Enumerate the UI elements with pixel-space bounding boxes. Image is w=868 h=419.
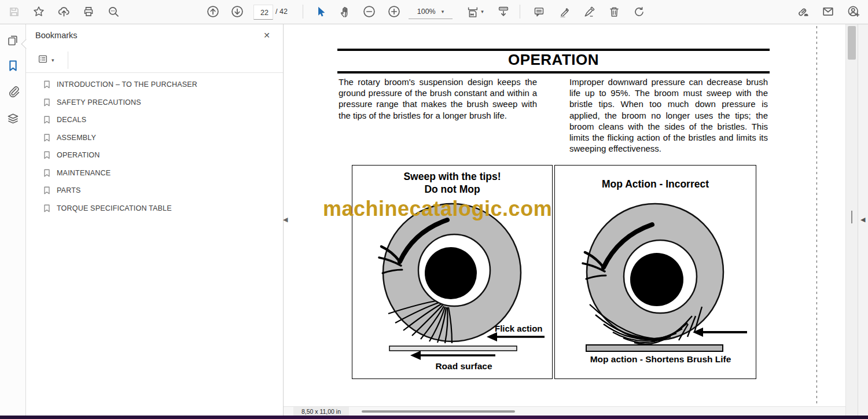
sidebar-item-maintenance[interactable]: MAINTENANCE — [42, 164, 274, 182]
zoom-level-dropdown[interactable]: 100% ▾ — [409, 5, 453, 19]
toolbar-separator — [303, 5, 303, 19]
email-button[interactable] — [818, 2, 838, 21]
comment-icon — [533, 6, 545, 18]
document-status-row: 8,50 x 11,00 in — [284, 406, 845, 416]
sidebar-item-safety-precautions[interactable]: SAFETY PRECAUTIONS — [42, 94, 274, 111]
arrow-down-circle-icon — [231, 5, 244, 18]
hand-icon — [339, 6, 351, 18]
page-break-dashed-line — [816, 26, 817, 403]
bookmark-glyph-icon — [42, 168, 52, 178]
page-display-button[interactable]: ▾ — [462, 2, 488, 21]
document-page: OPERATION The rotary broom's suspension … — [284, 24, 868, 406]
page-number-input[interactable] — [254, 5, 275, 20]
paragraph-left-column: The rotary broom's suspension design kee… — [339, 76, 537, 121]
vertical-scrollbar-thumb[interactable] — [848, 26, 856, 60]
rotate-icon — [633, 6, 645, 18]
zoom-level-value: 100% — [417, 8, 436, 16]
collapse-panel-button[interactable]: ◀ — [283, 214, 290, 225]
zoom-out-button[interactable] — [359, 2, 380, 21]
sidebar-item-operation[interactable]: OPERATION — [42, 146, 274, 164]
page-fit-icon — [466, 5, 479, 18]
sidebar-item-label: DECALS — [57, 116, 86, 124]
sidebar-item-torque-table[interactable]: TORQUE SPECIFICATION TABLE — [42, 200, 274, 217]
page-thumbnails-button[interactable] — [6, 34, 20, 48]
chevron-down-icon: ▾ — [481, 9, 484, 14]
taskbar-edge — [0, 416, 868, 419]
scroll-mode-button[interactable] — [493, 2, 514, 21]
bookmarks-panel: Bookmarks ✕ ▾ INTRODUCTION – TO THE PURC… — [26, 24, 284, 416]
page-size-indicator: 8,50 x 11,00 in — [293, 407, 349, 416]
comment-button[interactable] — [528, 2, 549, 21]
bookmarks-panel-title: Bookmarks — [35, 31, 78, 40]
next-page-button[interactable] — [227, 2, 248, 21]
close-panel-button[interactable]: ✕ — [263, 31, 270, 40]
flick-action-label: Flick action — [495, 324, 543, 333]
rotate-button[interactable] — [628, 2, 649, 21]
minus-circle-icon — [363, 5, 376, 18]
bookmark-options-button[interactable]: ▾ — [34, 53, 58, 68]
bookmarks-panel-button[interactable] — [6, 60, 20, 73]
share-link-button[interactable] — [793, 2, 814, 21]
horizontal-scrollbar[interactable] — [362, 410, 515, 413]
continuous-scroll-icon — [497, 5, 510, 18]
mop-action-caption: Mop action - Shortens Brush Life — [555, 354, 756, 365]
highlight-button[interactable] — [554, 2, 575, 21]
figure-mop-incorrect: Mop Action - Incorrect Mop action - Shor… — [554, 165, 756, 379]
person-add-icon — [847, 5, 860, 18]
toolbar: / 42 100% ▾ ▾ — [0, 0, 868, 24]
zoom-in-button[interactable] — [384, 2, 404, 21]
bookmark-glyph-icon — [42, 150, 52, 160]
layers-icon — [6, 112, 20, 128]
bookmark-glyph-icon — [42, 115, 52, 124]
add-user-button[interactable] — [843, 2, 864, 21]
scrollbar-handle[interactable] — [851, 211, 852, 223]
link-cloud-icon — [797, 5, 810, 18]
page-number-field[interactable] — [253, 5, 273, 20]
star-icon — [33, 6, 45, 17]
print-button[interactable] — [78, 2, 99, 21]
sidebar-item-introduction[interactable]: INTRODUCTION – TO THE PURCHASER — [42, 76, 274, 93]
left-navigation-rail — [0, 24, 26, 416]
figure-title-line1: Sweep with the tips! — [352, 171, 552, 183]
options-separator — [68, 52, 68, 69]
delete-button[interactable] — [604, 2, 624, 21]
save-icon — [9, 6, 20, 17]
header-rule-bottom — [337, 71, 770, 73]
star-button[interactable] — [28, 2, 49, 21]
sidebar-item-decals[interactable]: DECALS — [42, 111, 274, 128]
figure-title-line2: Do not Mop — [352, 183, 552, 196]
layers-button[interactable] — [6, 113, 20, 127]
expand-tools-pane-button[interactable]: ◀ — [860, 216, 865, 223]
road-surface-label: Road surface — [352, 361, 552, 372]
cloud-upload-icon — [58, 6, 70, 18]
save-button[interactable] — [3, 2, 24, 21]
sidebar-item-label: INTRODUCTION – TO THE PURCHASER — [57, 80, 197, 89]
sidebar-item-assembly[interactable]: ASSEMBLY — [42, 129, 274, 146]
cursor-arrow-icon — [315, 6, 326, 17]
search-more-icon — [108, 6, 120, 18]
pages-icon — [6, 34, 20, 49]
vertical-scrollbar-track[interactable] — [845, 24, 858, 416]
select-tool-button[interactable] — [310, 2, 331, 21]
broom-mop-illustration — [555, 166, 756, 378]
collapse-left-icon: ◀ — [283, 216, 288, 223]
paperclip-icon — [6, 84, 20, 100]
print-icon — [83, 6, 94, 17]
envelope-icon — [822, 5, 834, 18]
search-zoom-button[interactable] — [103, 2, 124, 21]
sidebar-item-label: PARTS — [57, 186, 81, 194]
sidebar-item-parts[interactable]: PARTS — [42, 182, 274, 199]
attachments-button[interactable] — [6, 85, 20, 99]
toolbar-separator — [520, 5, 520, 19]
arrow-up-circle-icon — [207, 5, 219, 18]
page-title: OPERATION — [337, 51, 770, 69]
sidebar-item-label: TORQUE SPECIFICATION TABLE — [57, 204, 172, 212]
bookmark-glyph-icon — [42, 133, 52, 142]
previous-page-button[interactable] — [203, 2, 223, 21]
fill-sign-button[interactable] — [579, 2, 599, 21]
watermark-text: machinecatalogic.com — [323, 197, 552, 221]
sidebar-item-label: OPERATION — [57, 151, 100, 159]
share-cloud-button[interactable] — [53, 2, 74, 21]
bookmark-glyph-icon — [42, 204, 52, 213]
hand-tool-button[interactable] — [334, 2, 355, 21]
